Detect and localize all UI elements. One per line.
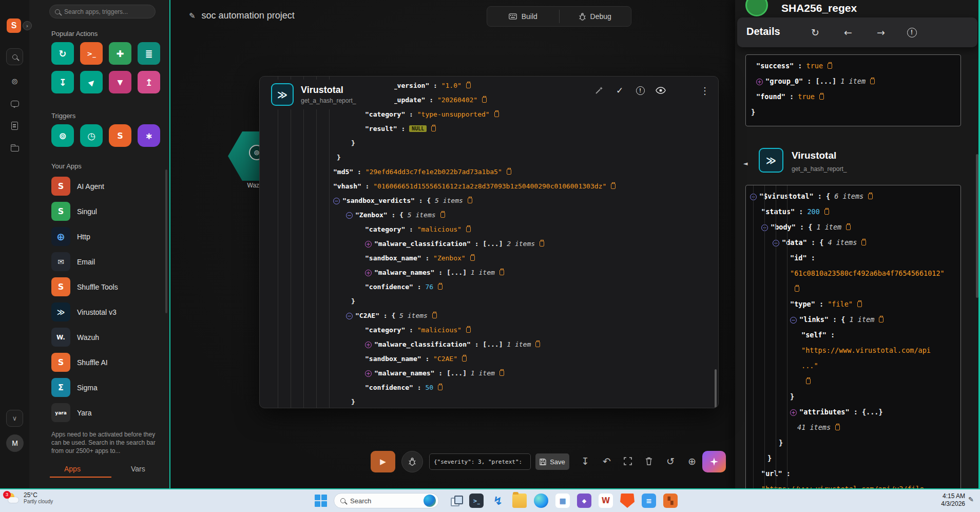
- start-button[interactable]: [315, 495, 328, 507]
- copy-icon[interactable]: [470, 255, 475, 261]
- copy-icon[interactable]: [828, 63, 832, 69]
- collapse-rail-button[interactable]: ∨: [6, 410, 23, 427]
- copy-icon[interactable]: [468, 198, 472, 203]
- expand-icon[interactable]: +: [756, 79, 763, 85]
- copy-icon[interactable]: [440, 212, 445, 218]
- taskbar-clock[interactable]: 4:15 AM 4/3/2026: [921, 492, 965, 508]
- expand-icon[interactable]: +: [790, 409, 797, 416]
- action-tile-filter[interactable]: ▼: [109, 71, 131, 93]
- save-button[interactable]: Save: [535, 453, 569, 470]
- debug-run-button[interactable]: [401, 451, 423, 472]
- taskbar-bolt-app-icon[interactable]: ↯: [491, 494, 505, 508]
- action-tile-sync[interactable]: ↻: [51, 42, 74, 65]
- taskbar-search[interactable]: Search: [334, 493, 439, 508]
- app-item-wazuh[interactable]: W.Wazuh: [51, 325, 162, 350]
- taskbar-w-app-icon[interactable]: W: [599, 494, 613, 508]
- warning-icon[interactable]: !: [635, 85, 646, 96]
- history-icon[interactable]: ↺: [664, 455, 677, 467]
- document-icon[interactable]: [0, 120, 29, 131]
- trigger-tile-shuffle-trigger[interactable]: S: [109, 124, 131, 147]
- export-download-icon[interactable]: ↧: [579, 455, 591, 467]
- copy-icon[interactable]: [438, 284, 443, 290]
- copy-icon[interactable]: [611, 183, 616, 189]
- collapse-panel-chevron[interactable]: ◄: [743, 160, 747, 167]
- copy-icon[interactable]: [861, 240, 866, 245]
- taskbar-file-explorer-icon[interactable]: [512, 494, 527, 508]
- trigger-tile-schedule[interactable]: ◷: [80, 124, 103, 147]
- copy-icon[interactable]: [432, 313, 437, 318]
- taskbar-brave-browser-icon[interactable]: [620, 494, 635, 508]
- back-arrow-icon[interactable]: ←: [841, 25, 855, 40]
- app-item-email[interactable]: ✉Email: [51, 249, 162, 274]
- zoom-icon[interactable]: ⊕: [686, 455, 698, 467]
- broadcast-icon[interactable]: ⊚: [0, 75, 29, 87]
- copy-icon[interactable]: [466, 83, 471, 88]
- magic-wand-icon[interactable]: [593, 85, 605, 96]
- copy-icon[interactable]: [835, 425, 840, 430]
- copy-icon[interactable]: [499, 370, 504, 376]
- app-item-virustotal-v3[interactable]: ≫Virustotal v3: [51, 299, 162, 325]
- collapse-icon[interactable]: −: [790, 317, 797, 324]
- copy-icon[interactable]: [870, 79, 875, 84]
- expand-icon[interactable]: +: [365, 370, 372, 377]
- task-view-icon[interactable]: [451, 496, 462, 506]
- action-tile-upload[interactable]: ↥: [138, 71, 160, 93]
- taskbar-edge-browser-icon[interactable]: [534, 494, 548, 508]
- collapse-icon[interactable]: −: [346, 212, 353, 219]
- collapse-icon[interactable]: −: [346, 313, 353, 319]
- modal-scrollbar[interactable]: [715, 369, 717, 408]
- tab-apps[interactable]: Apps: [64, 465, 81, 473]
- weather-widget[interactable]: 3 25°C Partly cloudy: [6, 492, 53, 505]
- app-item-shuffle-ai[interactable]: SShuffle AI: [51, 350, 162, 375]
- action-tile-database[interactable]: ≣: [138, 42, 160, 65]
- taskbar-terminal-app-icon[interactable]: >_: [469, 494, 484, 508]
- app-item-singul[interactable]: SSingul: [51, 199, 162, 224]
- app-item-sigma[interactable]: ΣSigma: [51, 375, 162, 400]
- folder-icon[interactable]: [0, 144, 29, 153]
- copy-icon[interactable]: [824, 209, 829, 215]
- rail-search-button[interactable]: [6, 48, 23, 65]
- app-item-shuffle-tools[interactable]: SShuffle Tools: [51, 274, 162, 299]
- delete-icon[interactable]: [643, 455, 655, 467]
- copy-icon[interactable]: [499, 270, 504, 275]
- refresh-icon[interactable]: ↻: [808, 25, 822, 40]
- sidebar-expand-chevron[interactable]: ›: [23, 21, 32, 30]
- undo-icon[interactable]: ↶: [601, 455, 613, 467]
- user-avatar[interactable]: M: [6, 434, 24, 452]
- action-tile-terminal[interactable]: >_: [80, 42, 103, 65]
- copy-icon[interactable]: [879, 317, 883, 323]
- taskbar-pixel-app-icon[interactable]: ▚: [663, 494, 678, 508]
- collapse-icon[interactable]: −: [333, 198, 340, 204]
- trigger-tile-pipeline[interactable]: ∗: [138, 124, 160, 147]
- app-item-yara[interactable]: yaraYara: [51, 400, 162, 425]
- eye-icon[interactable]: [655, 85, 666, 96]
- copy-icon[interactable]: [806, 378, 811, 384]
- copy-icon[interactable]: [868, 194, 873, 199]
- expand-icon[interactable]: +: [365, 342, 372, 348]
- more-options-icon[interactable]: ⋮: [699, 85, 710, 96]
- workflow-title[interactable]: soc automation project: [202, 10, 295, 21]
- shuffle-logo-icon[interactable]: S: [7, 18, 21, 33]
- copy-icon[interactable]: [795, 286, 799, 292]
- edit-pencil-icon[interactable]: ✎: [189, 11, 196, 21]
- taskbar-store-icon[interactable]: ▦: [555, 494, 570, 508]
- copy-icon[interactable]: [535, 342, 540, 347]
- info-icon[interactable]: !: [905, 25, 919, 40]
- app-item-ai-agent[interactable]: SAI Agent: [51, 174, 162, 199]
- build-button[interactable]: Build: [487, 7, 559, 26]
- fit-to-screen-icon[interactable]: [622, 455, 634, 467]
- copy-icon[interactable]: [494, 111, 499, 117]
- sidebar-search[interactable]: [49, 5, 156, 18]
- action-tile-download[interactable]: ↧: [51, 71, 74, 93]
- forward-arrow-icon[interactable]: →: [874, 25, 888, 40]
- tab-vars[interactable]: Vars: [131, 465, 145, 473]
- trigger-tile-webhook[interactable]: ⊚: [51, 124, 74, 147]
- expand-icon[interactable]: +: [365, 270, 372, 276]
- copy-icon[interactable]: [507, 169, 511, 175]
- copy-icon[interactable]: [466, 327, 471, 333]
- chat-icon[interactable]: [0, 99, 29, 109]
- action-tile-send[interactable]: ▶: [80, 71, 103, 93]
- copy-icon[interactable]: [466, 226, 471, 232]
- copy-icon[interactable]: [438, 385, 443, 390]
- copy-icon[interactable]: [846, 224, 851, 230]
